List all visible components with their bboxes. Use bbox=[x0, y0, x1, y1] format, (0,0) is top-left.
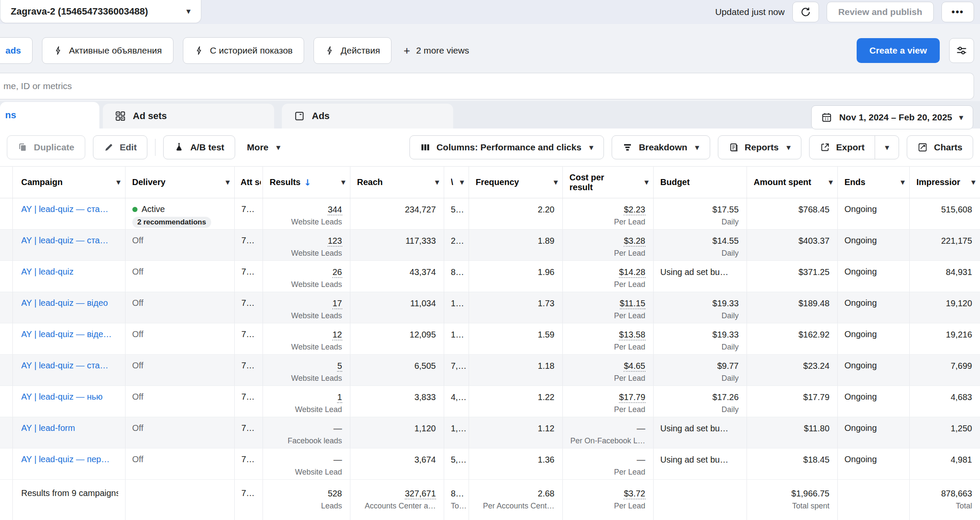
active-dot-icon bbox=[132, 207, 137, 212]
results-cell-value: — bbox=[270, 423, 342, 433]
tab-campaigns[interactable]: ns bbox=[0, 102, 99, 129]
campaign-link[interactable]: AY | lead-quiz — нью bbox=[21, 392, 118, 402]
cost-per-result-cell: $14.28Per Lead bbox=[562, 261, 653, 292]
more-options-button[interactable]: ••• bbox=[941, 2, 974, 22]
view-pill-history[interactable]: С историей показов bbox=[183, 37, 304, 64]
campaign-link[interactable]: AY | lead-quiz — віде… bbox=[21, 329, 118, 339]
view-pill-ads[interactable]: ads bbox=[0, 37, 33, 64]
header-truncated-column[interactable]: \▼ bbox=[444, 167, 469, 198]
charts-button[interactable]: Charts bbox=[907, 135, 973, 159]
delivery-status-text: Off bbox=[132, 329, 143, 339]
refresh-button[interactable] bbox=[792, 2, 819, 22]
breakdown-icon bbox=[622, 142, 633, 152]
budget-cell-value: $19.33 bbox=[660, 298, 739, 308]
truncated-metric-cell: 1… bbox=[444, 292, 469, 323]
columns-icon bbox=[420, 142, 430, 152]
row-select-cell[interactable] bbox=[0, 323, 12, 355]
budget-cell: $19.33Daily bbox=[653, 323, 747, 355]
totals-cost-per-result-cell-sublabel: Per Lead bbox=[570, 502, 645, 511]
row-select-cell[interactable] bbox=[0, 198, 12, 230]
frequency-cell-value: 1.36 bbox=[476, 454, 555, 465]
impressions-cell-value: 84,931 bbox=[917, 267, 972, 277]
header-reach[interactable]: Reach▼ bbox=[350, 167, 444, 198]
row-select-cell[interactable] bbox=[0, 261, 12, 292]
more-button[interactable]: More ▼ bbox=[243, 135, 285, 159]
row-select-cell[interactable] bbox=[0, 448, 12, 480]
export-options-button[interactable]: ▼ bbox=[875, 136, 899, 159]
totals-results-cell-value: 528 bbox=[270, 488, 342, 499]
header-delivery[interactable]: Delivery▼ bbox=[125, 167, 234, 198]
header-amount-spent[interactable]: Amount spent▼ bbox=[747, 167, 837, 198]
table-row: AY | lead-quiz — відеоOff7…17Website Lea… bbox=[0, 292, 980, 323]
view-settings-button[interactable] bbox=[949, 38, 974, 63]
frequency-cell: 2.20 bbox=[469, 198, 562, 230]
duplicate-button[interactable]: Duplicate bbox=[7, 135, 85, 159]
campaign-link[interactable]: AY | lead-quiz bbox=[21, 267, 118, 277]
columns-button[interactable]: Columns: Performance and clicks ▼ bbox=[409, 135, 604, 159]
header-impressions[interactable]: Impressior▼ bbox=[909, 167, 980, 198]
edit-button[interactable]: Edit bbox=[93, 135, 148, 159]
header-frequency[interactable]: Frequency▼ bbox=[469, 167, 562, 198]
header-attribution-setting[interactable]: Att sett bbox=[234, 167, 263, 198]
more-views-button[interactable]: + 2 more views bbox=[401, 44, 469, 57]
review-and-publish-button[interactable]: Review and publish bbox=[827, 2, 934, 22]
date-range-picker[interactable]: Nov 1, 2024 – Feb 20, 2025 ▼ bbox=[811, 105, 973, 129]
select-all-header[interactable] bbox=[0, 167, 12, 198]
tab-ads[interactable]: Ads bbox=[282, 104, 453, 129]
ends-cell: Ongoing bbox=[837, 261, 909, 292]
row-select-cell[interactable] bbox=[0, 417, 12, 448]
chevron-down-icon: ▼ bbox=[341, 179, 346, 185]
create-a-view-button[interactable]: Create a view bbox=[857, 38, 940, 63]
budget-cell-sublabel: Daily bbox=[660, 374, 739, 383]
toolbar-right-group: Columns: Performance and clicks ▼ Breakd… bbox=[409, 135, 973, 159]
row-select-cell[interactable] bbox=[0, 355, 12, 386]
amount-spent-cell-value: $23.24 bbox=[754, 361, 830, 371]
row-select-cell[interactable] bbox=[0, 386, 12, 417]
cost-per-result-cell-sublabel: Per Lead bbox=[570, 249, 645, 258]
campaign-link[interactable]: AY | lead-quiz — ста… bbox=[21, 361, 118, 371]
header-campaign[interactable]: Campaign▼ bbox=[12, 167, 125, 198]
campaign-link[interactable]: AY | lead-form bbox=[21, 423, 118, 433]
header-ends[interactable]: Ends▼ bbox=[837, 167, 909, 198]
campaign-link[interactable]: AY | lead-quiz — відео bbox=[21, 298, 118, 308]
header-results[interactable]: Results↓▼ bbox=[263, 167, 350, 198]
amount-spent-cell-value: $18.45 bbox=[754, 454, 830, 465]
recommendations-badge[interactable]: 2 recommendations bbox=[132, 217, 212, 228]
account-selector[interactable]: Zagrava-2 (1546547336003488) ▼ bbox=[0, 0, 201, 23]
view-pill-active-ads[interactable]: Активные объявления bbox=[42, 37, 173, 64]
view-pill-actions[interactable]: Действия bbox=[314, 37, 391, 64]
truncated-metric-cell-value: 1,… bbox=[451, 423, 462, 433]
ab-test-button[interactable]: A/B test bbox=[163, 135, 235, 159]
reach-cell: 3,833 bbox=[350, 386, 444, 417]
cost-per-result-cell-value: $11.15 bbox=[570, 298, 645, 308]
export-button[interactable]: Export bbox=[810, 136, 875, 159]
totals-label: Results from 9 campaigns bbox=[21, 488, 118, 498]
breakdown-button[interactable]: Breakdown ▼ bbox=[612, 135, 710, 159]
reports-button[interactable]: Reports ▼ bbox=[718, 135, 801, 159]
cost-per-result-cell-value: $2.23 bbox=[570, 204, 645, 215]
amount-spent-cell-value: $17.79 bbox=[754, 392, 830, 402]
campaign-link[interactable]: AY | lead-quiz — пер… bbox=[21, 454, 118, 464]
impressions-cell-value: 7,699 bbox=[917, 361, 972, 371]
budget-cell-sublabel: Daily bbox=[660, 311, 739, 320]
campaign-link[interactable]: AY | lead-quiz — ста… bbox=[21, 204, 118, 214]
ends-cell-text: Ongoing bbox=[845, 392, 877, 401]
campaign-link[interactable]: AY | lead-quiz — ста… bbox=[21, 236, 118, 245]
tab-ad-sets[interactable]: Ad sets bbox=[103, 104, 274, 129]
cost-per-result-cell-value: $14.28 bbox=[570, 267, 645, 277]
budget-cell-value: Using ad set bu… bbox=[660, 423, 740, 433]
truncated-metric-cell-value: 5,… bbox=[451, 454, 462, 465]
header-cost-per-result[interactable]: Cost per result▼ bbox=[562, 167, 653, 198]
row-select-cell[interactable] bbox=[0, 230, 12, 261]
search-input[interactable]: me, ID or metrics bbox=[0, 73, 974, 99]
results-cell: —Facebook leads bbox=[263, 417, 350, 448]
totals-truncated-metric-cell: 8…To… bbox=[444, 480, 469, 520]
impressions-cell: 19,216 bbox=[909, 323, 980, 355]
impressions-cell: 19,120 bbox=[909, 292, 980, 323]
row-select-cell[interactable] bbox=[0, 292, 12, 323]
delivery-status: Active bbox=[132, 204, 227, 214]
header-budget[interactable]: Budget bbox=[653, 167, 747, 198]
ends-cell-text: Ongoing bbox=[845, 236, 877, 245]
delivery-cell: Off bbox=[125, 261, 234, 292]
ends-cell: Ongoing bbox=[837, 355, 909, 386]
